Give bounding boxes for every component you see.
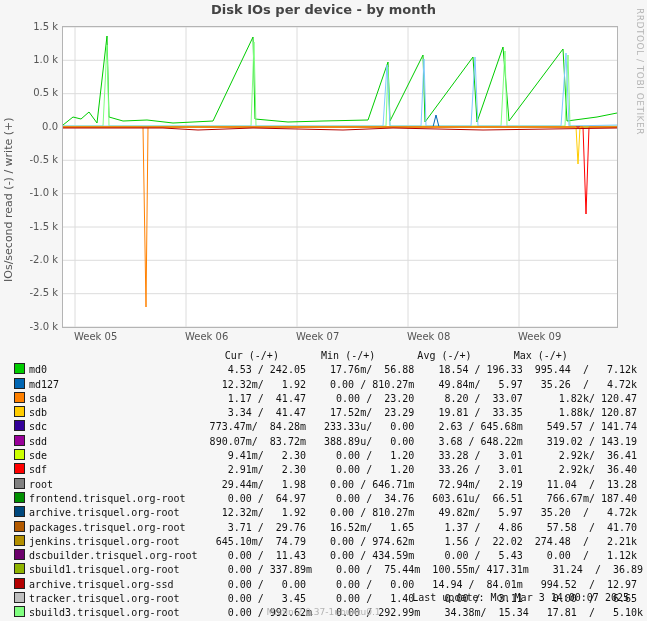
chart-title: Disk IOs per device - by month — [0, 2, 647, 17]
svg-text:Week 06: Week 06 — [185, 331, 228, 342]
svg-text:Week 09: Week 09 — [518, 331, 561, 342]
svg-text:-1.0 k: -1.0 k — [30, 187, 59, 198]
last-update: Last update: Mon Mar 3 14:00:07 2025 — [412, 592, 629, 603]
y-ticks: 1.5 k 1.0 k 0.5 k 0.0 -0.5 k -1.0 k -1.5… — [0, 20, 62, 350]
x-ticks: Week 05 Week 06 Week 07 Week 08 Week 09 — [62, 328, 622, 346]
svg-text:-1.5 k: -1.5 k — [30, 221, 59, 232]
svg-text:-2.0 k: -2.0 k — [30, 254, 59, 265]
svg-text:-3.0 k: -3.0 k — [30, 321, 59, 332]
svg-text:0.5 k: 0.5 k — [33, 87, 58, 98]
series — [63, 36, 617, 307]
rrdtool-credit: RRDTOOL / TOBI OETIKER — [635, 8, 645, 135]
plot-svg — [63, 27, 617, 327]
svg-text:Week 05: Week 05 — [74, 331, 117, 342]
svg-text:-2.5 k: -2.5 k — [30, 287, 59, 298]
svg-text:Week 07: Week 07 — [296, 331, 339, 342]
svg-text:Week 08: Week 08 — [407, 331, 450, 342]
legend-table: Cur (-/+) Min (-/+) Avg (-/+) Max (-/+) … — [14, 350, 634, 621]
plot-area — [62, 26, 618, 328]
generator-footer: Munin 2.0.37-1ubuntu0.1 — [0, 607, 647, 617]
svg-text:0.0: 0.0 — [42, 121, 58, 132]
munin-graph: Disk IOs per device - by month RRDTOOL /… — [0, 0, 647, 621]
svg-text:-0.5 k: -0.5 k — [30, 154, 59, 165]
svg-text:1.5 k: 1.5 k — [33, 21, 58, 32]
svg-text:1.0 k: 1.0 k — [33, 54, 58, 65]
